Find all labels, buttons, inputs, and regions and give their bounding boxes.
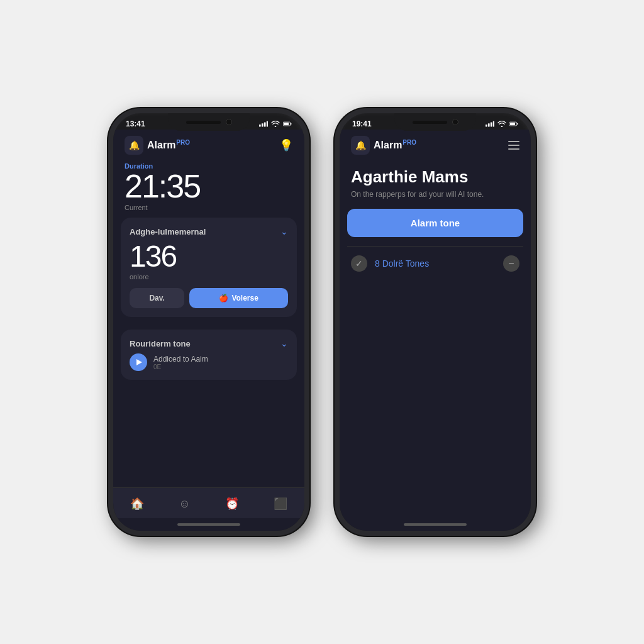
svg-rect-12 xyxy=(510,123,515,125)
screen-2: 🔔 AlarmPRO Agarthie Mams On the rapperps… xyxy=(340,130,531,518)
page-subtitle: On the rapperps for ad your will AI tone… xyxy=(340,189,531,200)
status-time-1: 13:41 xyxy=(126,119,145,128)
card-1: Adghe-lulmemernal ⌄ 136 onlore Dav. 🍎 Vo… xyxy=(121,218,297,317)
minus-button[interactable]: − xyxy=(503,255,519,272)
status-time-2: 19:41 xyxy=(352,119,372,128)
app-logo-1: 🔔 AlarmPRO xyxy=(125,136,190,155)
battery-icon xyxy=(283,121,292,127)
signal-icon xyxy=(259,121,268,127)
app-title-1: AlarmPRO xyxy=(147,139,190,151)
svg-rect-8 xyxy=(488,123,490,126)
wifi-icon-2 xyxy=(497,121,506,127)
hamburger-menu[interactable] xyxy=(508,141,519,150)
card-1-header: Adghe-lulmemernal ⌄ xyxy=(130,226,288,236)
nav-home[interactable]: 🏠 xyxy=(123,494,152,513)
svg-rect-6 xyxy=(291,123,291,125)
svg-rect-7 xyxy=(486,125,487,127)
notch-1 xyxy=(168,113,250,131)
bottom-nav-1: 🏠 ☺ ⏰ ⬛ xyxy=(113,487,304,518)
phone-2: 19:41 🔔 Ala xyxy=(335,108,536,536)
svg-rect-1 xyxy=(262,123,264,126)
current-time-display: 21:35 xyxy=(113,170,304,203)
card-2-title: Rouriderm tone xyxy=(130,339,191,348)
app-logo-icon-2: 🔔 xyxy=(351,136,370,155)
card-1-actions: Dav. 🍎 Volerse xyxy=(130,288,288,308)
play-button[interactable] xyxy=(130,353,147,371)
screen-1: 🔔 AlarmPRO 💡 Duration 21:35 Current Adgh… xyxy=(113,130,304,487)
status-icons-2 xyxy=(486,121,518,127)
app-header-1: 🔔 AlarmPRO 💡 xyxy=(113,130,304,161)
card-2-row: Addiced to Aaim 0E xyxy=(130,353,288,371)
current-time-sub: Current xyxy=(113,204,304,211)
notch-2 xyxy=(394,113,476,131)
app-logo-2: 🔔 AlarmPRO xyxy=(351,136,416,155)
hamburger-line-2 xyxy=(508,145,519,146)
card-1-title: Adghe-lulmemernal xyxy=(130,227,206,236)
big-number-sub: onlore xyxy=(130,273,288,280)
svg-rect-5 xyxy=(284,123,289,125)
svg-rect-3 xyxy=(267,121,268,127)
battery-icon-2 xyxy=(509,121,518,127)
camera-2 xyxy=(452,119,458,125)
nav-user[interactable]: ☺ xyxy=(171,495,197,513)
svg-rect-9 xyxy=(491,122,492,126)
chevron-down-icon-2[interactable]: ⌄ xyxy=(280,338,288,348)
card-2-header: Rouriderm tone ⌄ xyxy=(130,338,288,348)
check-icon[interactable]: ✓ xyxy=(351,255,367,272)
dav-button[interactable]: Dav. xyxy=(130,288,184,308)
speaker-2 xyxy=(413,121,447,124)
tone-row-left: ✓ 8 Dolrë Tones xyxy=(351,255,429,272)
status-icons-1 xyxy=(259,121,292,127)
signal-icon-2 xyxy=(486,121,494,127)
phone-1: 13:41 🔔 Ala xyxy=(108,108,309,536)
volerse-button[interactable]: 🍎 Volerse xyxy=(189,288,288,308)
speaker-1 xyxy=(186,121,221,124)
tone-row: ✓ 8 Dolrë Tones − xyxy=(340,247,531,280)
svg-rect-13 xyxy=(517,123,518,125)
big-number: 136 xyxy=(130,242,288,272)
svg-rect-10 xyxy=(493,121,494,127)
hamburger-line-3 xyxy=(508,148,519,150)
svg-rect-0 xyxy=(259,125,261,127)
nav-alarm[interactable]: ⏰ xyxy=(218,494,247,513)
app-title-2: AlarmPRO xyxy=(374,139,416,151)
home-bar-1 xyxy=(177,523,240,526)
tone-name: 8 Dolrë Tones xyxy=(375,258,429,269)
hamburger-line-1 xyxy=(508,141,519,142)
camera-1 xyxy=(226,119,232,125)
chevron-down-icon-1[interactable]: ⌄ xyxy=(280,226,288,236)
alarm-tone-button[interactable]: Alarm tone xyxy=(347,209,523,237)
nav-other[interactable]: ⬛ xyxy=(266,494,295,513)
card-2: Rouriderm tone ⌄ Addiced to Aaim 0E xyxy=(121,330,297,380)
home-indicator-2 xyxy=(340,518,531,531)
app-logo-icon-1: 🔔 xyxy=(125,136,143,155)
svg-rect-2 xyxy=(264,122,266,126)
app-header-2: 🔔 AlarmPRO xyxy=(340,130,531,161)
wifi-icon xyxy=(271,121,280,127)
home-bar-2 xyxy=(404,523,467,526)
page-title: Agarthie Mams xyxy=(340,161,531,189)
lightbulb-icon[interactable]: 💡 xyxy=(279,138,293,152)
card-2-row-text: Addiced to Aaim 0E xyxy=(153,355,208,370)
home-indicator-1 xyxy=(113,518,304,531)
apple-icon: 🍎 xyxy=(219,294,228,303)
